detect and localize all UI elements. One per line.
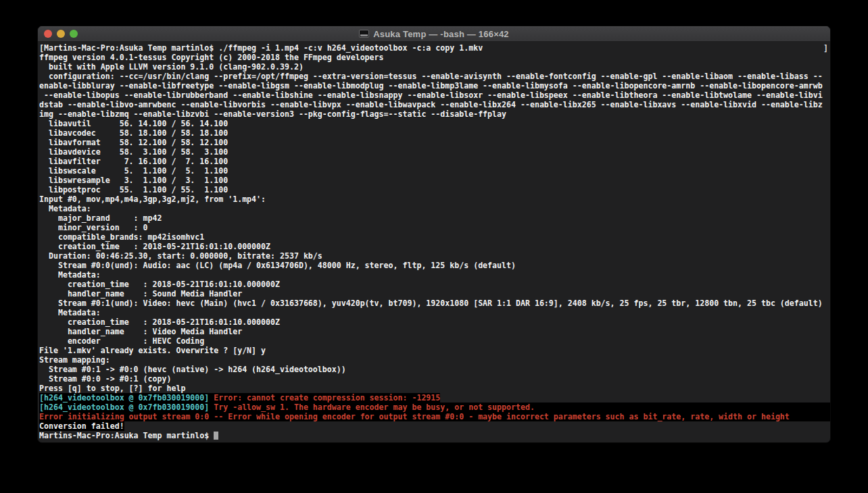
terminal-line: Metadata:: [39, 308, 830, 317]
traffic-lights: [44, 30, 78, 38]
terminal-line: [Martins-Mac-Pro:Asuka Temp martinlo$ ./…: [39, 43, 830, 53]
terminal-line: Error initializing output stream 0:0 -- …: [39, 412, 830, 421]
terminal-text-segment: handler_name : Video Media Handler: [39, 327, 242, 336]
terminal-line: configuration: --cc=/usr/bin/clang --pre…: [39, 72, 830, 81]
terminal-text-segment: Conversion failed!: [39, 421, 124, 431]
terminal-line: Stream #0:1 -> #0:0 (hevc (native) -> h2…: [39, 365, 830, 374]
window-titlebar[interactable]: Asuka Temp — -bash — 166×42: [38, 26, 830, 42]
terminal-text-segment: major_brand : mp42: [39, 213, 162, 223]
terminal-text-segment: Stream #0:0(und): Audio: aac (LC) (mp4a …: [39, 261, 516, 270]
terminal-output[interactable]: [Martins-Mac-Pro:Asuka Temp martinlo$ ./…: [38, 42, 830, 443]
terminal-line: libavcodec 58. 18.100 / 58. 18.100: [39, 128, 830, 138]
terminal-line: libavutil 56. 14.100 / 56. 14.100: [39, 119, 830, 128]
terminal-text-segment: dstab --enable-libvo-amrwbenc --enable-l…: [39, 100, 823, 109]
terminal-document-icon[interactable]: [359, 30, 369, 38]
terminal-text-segment: libavfilter 7. 16.100 / 7. 16.100: [39, 157, 228, 166]
terminal-line: libpostproc 55. 1.100 / 55. 1.100: [39, 185, 830, 194]
terminal-line: Input #0, mov,mp4,m4a,3gp,3g2,mj2, from …: [39, 194, 830, 204]
terminal-line: Stream mapping:: [39, 355, 830, 365]
terminal-line: Stream #0:1(und): Video: hevc (Main) (hv…: [39, 299, 830, 308]
terminal-cursor: [214, 432, 218, 440]
terminal-text-segment: enable-libbluray --enable-libfreetype --…: [39, 81, 823, 90]
terminal-text-segment: Error: cannot create compression session…: [209, 393, 440, 403]
terminal-line: creation_time : 2018-05-21T16:01:10.0000…: [39, 242, 830, 251]
terminal-text-segment: File '1.mkv' already exists. Overwrite ?…: [39, 346, 266, 355]
terminal-text-segment: ffmpeg version 4.0.1-tessus Copyright (c…: [39, 53, 384, 62]
terminal-text-segment: img --enable-libzmq --enable-libzvbi --e…: [39, 109, 506, 119]
terminal-text-segment: [h264_videotoolbox @ 0x7fb030019000]: [39, 393, 209, 403]
terminal-line: minor_version : 0: [39, 223, 830, 232]
terminal-line: [h264_videotoolbox @ 0x7fb030019000] Err…: [39, 393, 830, 403]
terminal-line: creation_time : 2018-05-21T16:01:10.0000…: [39, 317, 830, 327]
terminal-line: enable-libbluray --enable-libfreetype --…: [39, 81, 830, 90]
terminal-text-segment: minor_version : 0: [39, 223, 148, 232]
terminal-line: compatible_brands: mp42isomhvc1: [39, 232, 830, 242]
terminal-text-segment: libswresample 3. 1.100 / 3. 1.100: [39, 176, 228, 185]
terminal-text-segment: Stream #0:1 -> #0:0 (hevc (native) -> h2…: [39, 365, 346, 374]
terminal-line: libavfilter 7. 16.100 / 7. 16.100: [39, 157, 830, 166]
terminal-line: Press [q] to stop, [?] for help: [39, 384, 830, 393]
terminal-text-segment: Press [q] to stop, [?] for help: [39, 384, 185, 393]
terminal-line: handler_name : Sound Media Handler: [39, 289, 830, 299]
window-title: Asuka Temp — -bash — 166×42: [373, 29, 509, 39]
terminal-text-segment: [h264_videotoolbox @ 0x7fb030019000]: [39, 403, 209, 412]
terminal-line: creation_time : 2018-05-21T16:01:10.0000…: [39, 280, 830, 289]
terminal-line: Metadata:: [39, 270, 830, 280]
terminal-text-segment: creation_time : 2018-05-21T16:01:10.0000…: [39, 242, 270, 251]
terminal-line: ffmpeg version 4.0.1-tessus Copyright (c…: [39, 53, 830, 62]
terminal-line: encoder : HEVC Coding: [39, 336, 830, 346]
terminal-text-segment: Duration: 00:46:25.30, start: 0.000000, …: [39, 251, 322, 261]
terminal-text-segment: Martins-Mac-Pro:Asuka Temp martinlo$: [39, 431, 214, 440]
terminal-mark-bracket: ]: [823, 43, 828, 53]
terminal-window: Asuka Temp — -bash — 166×42 [Martins-Mac…: [37, 26, 831, 443]
terminal-text-segment: Metadata:: [39, 270, 101, 280]
close-button[interactable]: [44, 30, 52, 38]
window-title-group: Asuka Temp — -bash — 166×42: [359, 29, 509, 39]
terminal-line: Conversion failed!: [39, 421, 830, 431]
terminal-text-segment: Stream mapping:: [39, 355, 110, 365]
terminal-text-segment: Stream #0:1(und): Video: hevc (Main) (hv…: [39, 299, 823, 308]
terminal-line: img --enable-libzmq --enable-libzvbi --e…: [39, 109, 830, 119]
terminal-text-segment: built with Apple LLVM version 9.1.0 (cla…: [39, 62, 304, 72]
terminal-line: libavdevice 58. 3.100 / 58. 3.100: [39, 147, 830, 157]
terminal-line: Martins-Mac-Pro:Asuka Temp martinlo$: [39, 431, 830, 440]
terminal-line: handler_name : Video Media Handler: [39, 327, 830, 336]
terminal-text-segment: libavdevice 58. 3.100 / 58. 3.100: [39, 147, 228, 157]
terminal-line: [h264_videotoolbox @ 0x7fb030019000] Try…: [39, 403, 830, 412]
terminal-text-segment: Metadata:: [39, 308, 101, 317]
minimize-button[interactable]: [57, 30, 65, 38]
terminal-text-segment: Martins-Mac-Pro:Asuka Temp martinlo$ ./f…: [44, 43, 483, 53]
terminal-line: --enable-libopus --enable-librubberband …: [39, 90, 830, 100]
terminal-line: Metadata:: [39, 204, 830, 213]
terminal-line: libswresample 3. 1.100 / 3. 1.100: [39, 176, 830, 185]
terminal-text-segment: libavformat 58. 12.100 / 58. 12.100: [39, 138, 228, 147]
terminal-line: dstab --enable-libvo-amrwbenc --enable-l…: [39, 100, 830, 109]
terminal-text-segment: creation_time : 2018-05-21T16:01:10.0000…: [39, 280, 280, 289]
terminal-text-segment: Metadata:: [39, 204, 91, 213]
terminal-text-segment: handler_name : Sound Media Handler: [39, 289, 242, 299]
terminal-line: Duration: 00:46:25.30, start: 0.000000, …: [39, 251, 830, 261]
terminal-text-segment: creation_time : 2018-05-21T16:01:10.0000…: [39, 317, 280, 327]
zoom-button[interactable]: [70, 30, 78, 38]
terminal-text-segment: Try -allow_sw 1. The hardware encoder ma…: [209, 403, 535, 412]
terminal-text-segment: Error initializing output stream 0:0 -- …: [39, 412, 790, 421]
terminal-line: libswscale 5. 1.100 / 5. 1.100: [39, 166, 830, 176]
terminal-line: Stream #0:0 -> #0:1 (copy): [39, 374, 830, 384]
terminal-line: File '1.mkv' already exists. Overwrite ?…: [39, 346, 830, 355]
terminal-line: built with Apple LLVM version 9.1.0 (cla…: [39, 62, 830, 72]
terminal-text-segment: --enable-libopus --enable-librubberband …: [39, 90, 823, 100]
terminal-text-segment: Stream #0:0 -> #0:1 (copy): [39, 374, 171, 384]
terminal-line: libavformat 58. 12.100 / 58. 12.100: [39, 138, 830, 147]
desktop: { "window": { "title": "Asuka Temp — -ba…: [0, 0, 868, 493]
terminal-text-segment: encoder : HEVC Coding: [39, 336, 204, 346]
terminal-text-segment: libpostproc 55. 1.100 / 55. 1.100: [39, 185, 228, 194]
terminal-line: major_brand : mp42: [39, 213, 830, 223]
terminal-text-segment: libswscale 5. 1.100 / 5. 1.100: [39, 166, 228, 176]
terminal-text-segment: Input #0, mov,mp4,m4a,3gp,3g2,mj2, from …: [39, 194, 266, 204]
terminal-line: Stream #0:0(und): Audio: aac (LC) (mp4a …: [39, 261, 830, 270]
terminal-text-segment: libavutil 56. 14.100 / 56. 14.100: [39, 119, 228, 128]
terminal-text-segment: libavcodec 58. 18.100 / 58. 18.100: [39, 128, 228, 138]
terminal-text-segment: [: [39, 43, 44, 53]
terminal-text-segment: configuration: --cc=/usr/bin/clang --pre…: [39, 72, 823, 81]
terminal-text-segment: compatible_brands: mp42isomhvc1: [39, 232, 204, 242]
